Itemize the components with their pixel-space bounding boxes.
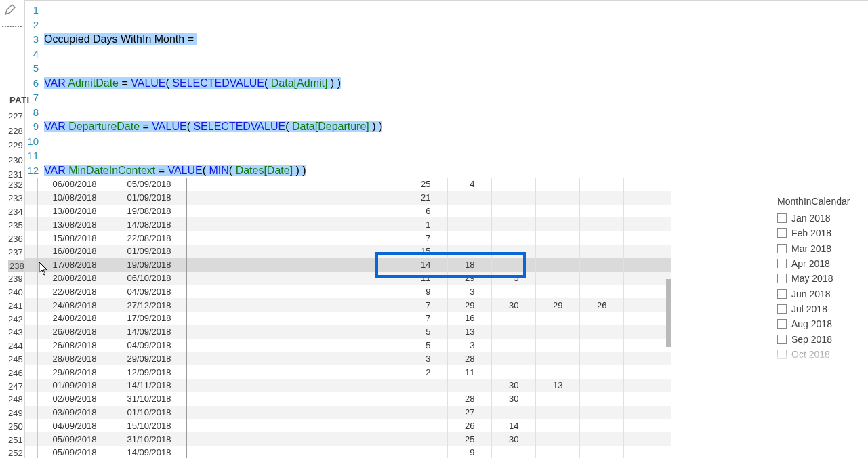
- slicer-item[interactable]: Apr 2018: [777, 256, 865, 271]
- cell-aug[interactable]: 9: [403, 285, 447, 298]
- cell-oct[interactable]: [491, 258, 535, 272]
- cell-dec[interactable]: [579, 191, 623, 205]
- table-row[interactable]: 06/08/201805/09/2018254: [25, 178, 671, 191]
- cell-aug[interactable]: [403, 419, 447, 432]
- checkbox-icon[interactable]: [777, 213, 787, 223]
- cell-nov[interactable]: [535, 258, 579, 272]
- slicer-item[interactable]: Aug 2018: [777, 316, 865, 331]
- cell-aug[interactable]: 14: [403, 258, 447, 272]
- cell-depart[interactable]: 04/09/2018: [112, 339, 186, 352]
- cell-nov[interactable]: [535, 419, 579, 432]
- slicer-item[interactable]: Jan 2018: [777, 211, 865, 226]
- cell-aug[interactable]: 3: [403, 352, 447, 365]
- cell-nov[interactable]: [535, 285, 579, 298]
- cell-dec[interactable]: [579, 446, 623, 458]
- checkbox-icon[interactable]: [777, 228, 787, 238]
- cell-depart[interactable]: 27/12/2018: [112, 298, 186, 312]
- table-row[interactable]: 28/08/201829/09/2018328: [25, 352, 671, 365]
- cell-depart[interactable]: 31/10/2018: [112, 392, 186, 406]
- cell-sep[interactable]: [447, 231, 491, 245]
- cell-oct[interactable]: [491, 406, 535, 419]
- cell-admit[interactable]: 03/09/2018: [37, 406, 112, 419]
- cell-sep[interactable]: 4: [447, 178, 491, 191]
- cell-oct[interactable]: [491, 231, 535, 245]
- cell-oct[interactable]: 30: [491, 379, 535, 392]
- cell-dec[interactable]: [579, 432, 623, 446]
- cell-nov[interactable]: [535, 339, 579, 352]
- cell-admit[interactable]: 26/08/2018: [37, 339, 112, 352]
- dax-formula-editor[interactable]: 1 2 3 4 5 6 7 8 9 10 11 12 Occupied Days…: [24, 0, 868, 178]
- table-row[interactable]: 17/08/201819/09/20181418: [25, 258, 671, 272]
- cell-dec[interactable]: 26: [579, 298, 623, 312]
- cell-dec[interactable]: [579, 217, 623, 231]
- cell-oct[interactable]: [491, 217, 535, 231]
- table-row[interactable]: 24/08/201827/12/2018729302926: [25, 298, 671, 312]
- cell-sep[interactable]: [447, 217, 491, 231]
- table-row[interactable]: 05/09/201831/10/20182530: [25, 432, 671, 446]
- cell-depart[interactable]: 14/08/2018: [112, 217, 186, 231]
- cell-aug[interactable]: 2: [403, 365, 447, 379]
- checkbox-icon[interactable]: [777, 335, 787, 344]
- slicer-item[interactable]: May 2018: [777, 271, 865, 286]
- cell-nov[interactable]: [535, 365, 579, 379]
- cell-sep[interactable]: 9: [447, 446, 491, 458]
- cell-sep[interactable]: [447, 205, 491, 218]
- cell-oct[interactable]: 14: [491, 419, 535, 432]
- cell-dec[interactable]: [579, 205, 623, 218]
- cell-depart[interactable]: 01/10/2018: [112, 406, 186, 419]
- cell-admit[interactable]: 22/08/2018: [37, 285, 112, 298]
- cell-admit[interactable]: 24/08/2018: [37, 298, 112, 312]
- table-row[interactable]: 13/08/201814/08/20181: [25, 217, 671, 231]
- cell-admit[interactable]: 29/08/2018: [37, 365, 112, 379]
- cell-depart[interactable]: 04/09/2018: [112, 285, 186, 298]
- table-row[interactable]: 26/08/201814/09/2018513: [25, 325, 671, 339]
- table-row[interactable]: 29/08/201812/09/2018211: [25, 365, 671, 379]
- cell-depart[interactable]: 31/10/2018: [112, 432, 186, 446]
- cell-aug[interactable]: 6: [403, 205, 447, 218]
- cell-oct[interactable]: [491, 325, 535, 339]
- cell-nov[interactable]: [535, 205, 579, 218]
- slicer-item[interactable]: Jul 2018: [777, 301, 865, 316]
- cell-oct[interactable]: 30: [491, 432, 535, 446]
- cell-dec[interactable]: [579, 178, 623, 191]
- cell-oct[interactable]: [491, 339, 535, 352]
- slicer-item[interactable]: Jun 2018: [777, 286, 865, 301]
- cell-nov[interactable]: [535, 217, 579, 231]
- slicer-item[interactable]: Sep 2018: [777, 331, 865, 346]
- cell-dec[interactable]: [579, 379, 623, 392]
- table-row[interactable]: 26/08/201804/09/201853: [25, 339, 671, 352]
- cell-oct[interactable]: [491, 245, 535, 258]
- cell-aug[interactable]: 25: [403, 178, 447, 191]
- cell-sep[interactable]: 29: [447, 272, 491, 285]
- cell-aug[interactable]: [403, 432, 447, 446]
- cell-depart[interactable]: 14/09/2018: [112, 325, 186, 339]
- table-row[interactable]: 10/08/201801/09/201821: [25, 191, 671, 205]
- table-row[interactable]: 02/09/201831/10/20182830: [25, 392, 671, 406]
- scrollbar-thumb[interactable]: [666, 279, 671, 347]
- cell-sep[interactable]: [447, 245, 491, 258]
- cell-sep[interactable]: 26: [447, 419, 491, 432]
- cell-oct[interactable]: [491, 446, 535, 458]
- cell-admit[interactable]: 04/09/2018: [37, 419, 112, 432]
- cell-nov[interactable]: [535, 191, 579, 205]
- cell-admit[interactable]: 06/08/2018: [37, 178, 112, 191]
- cell-aug[interactable]: 7: [403, 231, 447, 245]
- cell-nov[interactable]: [535, 325, 579, 339]
- checkbox-icon[interactable]: [777, 289, 787, 299]
- cell-oct[interactable]: [491, 352, 535, 365]
- cell-sep[interactable]: 27: [447, 406, 491, 419]
- cell-admit[interactable]: 02/09/2018: [37, 392, 112, 406]
- cell-aug[interactable]: 7: [403, 312, 447, 325]
- cell-aug[interactable]: [403, 446, 447, 458]
- cell-sep[interactable]: 18: [447, 258, 491, 272]
- cell-sep[interactable]: 28: [447, 352, 491, 365]
- checkbox-icon[interactable]: [777, 304, 787, 314]
- cell-dec[interactable]: [579, 419, 623, 432]
- month-slicer[interactable]: MonthInCalendar Jan 2018Feb 2018Mar 2018…: [777, 196, 865, 362]
- cell-nov[interactable]: [535, 231, 579, 245]
- cell-dec[interactable]: [579, 352, 623, 365]
- cell-dec[interactable]: [579, 231, 623, 245]
- cell-dec[interactable]: [579, 258, 623, 272]
- cell-aug[interactable]: 5: [403, 325, 447, 339]
- table-row[interactable]: 01/09/201814/11/20183013: [25, 379, 671, 392]
